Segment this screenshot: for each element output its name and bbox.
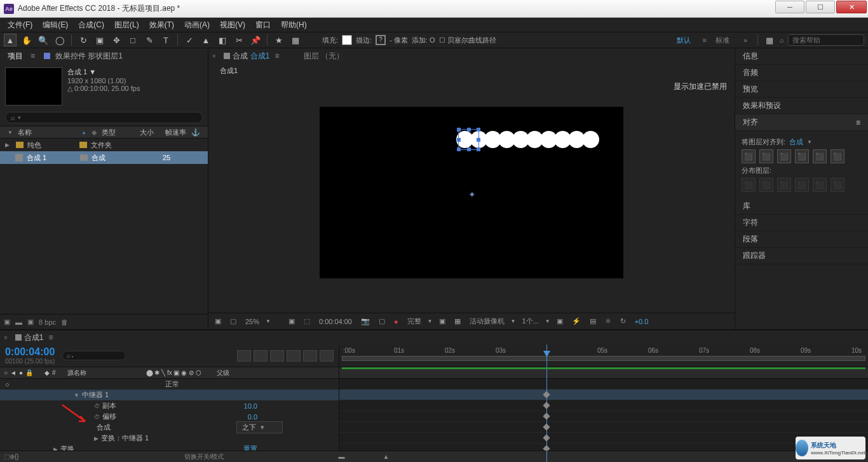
comp-subtab[interactable]: 合成1 [215, 65, 243, 77]
copies-row[interactable]: ⏱ 副本 10.0 [0, 400, 339, 411]
hand-tool-icon[interactable]: ✋ [20, 34, 33, 46]
panel-menu-icon[interactable]: ≡ [49, 333, 53, 342]
panel-menu-icon[interactable]: ≡ [856, 118, 860, 127]
fill-swatch[interactable] [342, 35, 352, 45]
zoom-tool-icon[interactable]: 🔍 [37, 34, 50, 46]
col-rate[interactable]: 帧速率 [163, 128, 189, 137]
bezier-checkbox[interactable]: ☐ 贝塞尔曲线路径 [439, 36, 496, 45]
add-label[interactable]: 添加: O [412, 36, 435, 45]
timecode[interactable]: 0:00:04:00 [5, 346, 55, 358]
panel-tracker[interactable]: 跟踪器 [735, 248, 868, 264]
dropdown-icon[interactable]: ▼ [807, 139, 812, 145]
menu-composition[interactable]: 合成(C) [73, 18, 109, 32]
menu-effect[interactable]: 效果(T) [144, 18, 179, 32]
repeater-row[interactable]: ▼ 中继器 1 [0, 390, 339, 400]
orbit-tool-icon[interactable]: ◯ [53, 34, 66, 46]
timeline-ruler[interactable]: :00s01s02s03s05s06s07s08s09s10s [339, 344, 868, 367]
transparency-icon[interactable]: ▦ [452, 317, 463, 325]
reset-link[interactable]: 重置 [243, 444, 257, 451]
graph-editor-icon[interactable] [320, 350, 334, 362]
zoom-dropdown[interactable]: 25% [243, 318, 262, 325]
roto-tool-icon[interactable]: ✂ [233, 34, 245, 46]
triangle-down-icon[interactable]: ▼ [74, 392, 79, 398]
selection-tool-icon[interactable]: ▲ [4, 34, 17, 46]
pen-tool-icon[interactable]: ✎ [143, 34, 156, 46]
panel-align[interactable]: 对齐≡ [735, 114, 868, 131]
toggle-switches-icon[interactable]: ⬚ [4, 453, 10, 460]
flowchart-icon[interactable]: ⚓ [189, 128, 203, 137]
parent-col[interactable]: 父级 [217, 369, 229, 377]
solo-col-icon[interactable]: ● [19, 369, 23, 376]
offset-row[interactable]: ⏱ 偏移 0.0 [0, 411, 339, 422]
bpc-button[interactable]: 8 bpc [39, 318, 56, 326]
menu-animation[interactable]: 动画(A) [179, 18, 215, 32]
views-dropdown[interactable]: 1个... [519, 316, 541, 326]
comp-tab-name[interactable]: 合成1 [250, 51, 270, 62]
panel-info[interactable]: 信息 [735, 48, 868, 65]
align-right-icon[interactable]: ⬛ [777, 149, 791, 163]
timeline-tracks[interactable] [339, 379, 868, 451]
zoom-out-icon[interactable]: ▬ [338, 453, 344, 460]
triangle-right-icon[interactable]: ▶ [5, 142, 10, 148]
tab-close-icon[interactable]: × [212, 53, 216, 60]
stroke-swatch[interactable] [376, 35, 386, 45]
offset-value[interactable]: 0.0 [248, 413, 257, 421]
comp-name[interactable]: 合成 1 ▼ [67, 67, 140, 77]
dropdown-icon[interactable]: ▼ [428, 318, 433, 324]
menu-view[interactable]: 视图(V) [215, 18, 250, 32]
project-search[interactable]: ⌕▾ [5, 112, 203, 123]
lock-col-icon[interactable]: 🔒 [25, 369, 33, 376]
project-row-folder[interactable]: ▶ 纯色 文件夹 [0, 139, 208, 151]
viewport[interactable]: ✦ [208, 78, 735, 329]
brush-tool-icon[interactable]: ✓ [183, 34, 196, 46]
panel-paragraph[interactable]: 段落 [735, 231, 868, 248]
panel-character[interactable]: 字符 [735, 215, 868, 231]
reset-exp-icon[interactable]: ↻ [618, 317, 628, 325]
composite-row[interactable]: 合成 之下 ▾ [0, 422, 339, 433]
new-comp-icon[interactable]: ▣ [27, 318, 34, 326]
menu-edit[interactable]: 编辑(E) [37, 18, 73, 32]
triangle-right-icon[interactable]: ▶ [53, 446, 58, 451]
panel-effects[interactable]: 效果和预设 [735, 98, 868, 114]
hamburger-icon[interactable]: ≡ [702, 36, 706, 44]
dropdown-icon[interactable]: ▼ [511, 318, 516, 324]
source-name-col[interactable]: 源名称 [67, 369, 86, 377]
tab-close-icon[interactable]: × [4, 334, 8, 341]
draft3d-icon[interactable] [254, 350, 268, 362]
align-vcenter-icon[interactable]: ⬛ [813, 149, 827, 163]
layer-row[interactable]: ○ 正常 [0, 379, 339, 390]
camera-tool-icon[interactable]: ▣ [93, 34, 106, 46]
canvas[interactable]: ✦ [320, 107, 623, 278]
text-tool-icon[interactable]: T [159, 34, 172, 46]
label-col-icon[interactable]: ◆ [44, 369, 50, 376]
snapshot-icon[interactable]: 📷 [358, 317, 372, 325]
pixel-aspect-icon[interactable]: ▣ [554, 317, 566, 325]
eye-col-icon[interactable]: ○ [4, 369, 8, 376]
align-hcenter-icon[interactable]: ⬛ [759, 149, 773, 163]
rotate-tool-icon[interactable]: ↻ [77, 34, 90, 46]
panel-audio[interactable]: 音频 [735, 65, 868, 81]
stopwatch-icon[interactable]: ⏱ [94, 414, 100, 420]
transform-repeater-row[interactable]: ▶ 变换：中继器 1 [0, 433, 339, 444]
minimize-button[interactable]: ─ [775, 1, 804, 13]
project-row-comp[interactable]: 合成 1 合成 25 [0, 151, 208, 164]
col-type[interactable]: 类型 [99, 128, 137, 137]
composite-dropdown[interactable]: 之下 ▾ [236, 421, 283, 433]
col-size[interactable]: 大小 [137, 128, 163, 137]
menu-help[interactable]: 帮助(H) [276, 18, 312, 32]
puppet-tool-icon[interactable]: 📌 [249, 34, 262, 46]
align-top-icon[interactable]: ⬛ [795, 149, 809, 163]
sort-icon[interactable]: ▲ [79, 130, 89, 135]
align-bottom-icon[interactable]: ⬛ [831, 149, 844, 163]
toggle-brackets-icon[interactable]: {} [15, 453, 19, 460]
motion-blur-icon[interactable] [303, 350, 317, 362]
draft-icon[interactable]: ▣ [212, 317, 224, 325]
work-area-bar[interactable] [342, 356, 865, 361]
frame-blend-icon[interactable] [287, 350, 301, 362]
channel-icon[interactable]: ● [391, 318, 401, 325]
col-name[interactable]: 名称 [15, 128, 79, 137]
dropdown-icon[interactable]: ▼ [266, 318, 271, 324]
copies-value[interactable]: 10.0 [244, 402, 257, 410]
anchor-tool-icon[interactable]: ✥ [110, 34, 123, 46]
blend-mode[interactable]: 正常 [165, 379, 179, 389]
